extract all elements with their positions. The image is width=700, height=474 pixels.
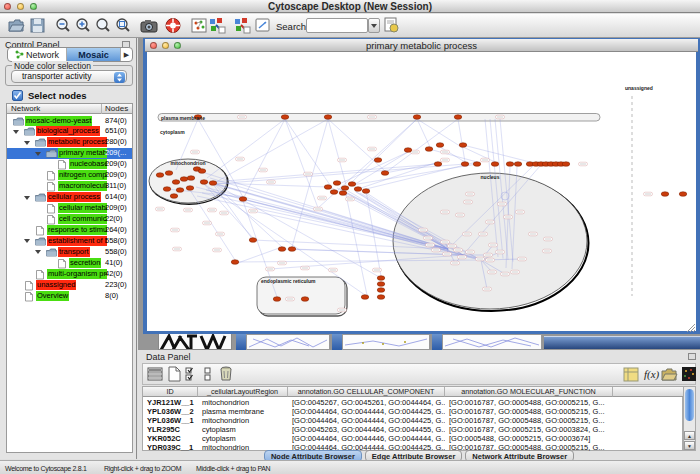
annotation-icon[interactable] (255, 17, 271, 34)
function-builder-icon[interactable]: f(x) (643, 366, 660, 383)
tree-row[interactable]: mosaic-demo-yeast874(0) (7, 115, 132, 126)
help-icon[interactable] (165, 17, 182, 34)
select-attributes-icon[interactable] (185, 366, 201, 383)
table-scrollbar[interactable]: ▲ ▼ (683, 386, 696, 451)
background-window-edge[interactable] (236, 334, 246, 350)
search-input[interactable] (306, 18, 368, 33)
expand-triangle-icon[interactable] (35, 250, 41, 254)
table-cell[interactable]: YLR295C (143, 425, 198, 434)
delete-attribute-icon[interactable] (218, 365, 234, 383)
tree-row[interactable]: secretion41(0) (7, 257, 132, 268)
tree-row[interactable]: unassigned223(0) (7, 279, 132, 290)
attribute-batch-icon[interactable] (623, 366, 640, 383)
background-window-edge[interactable] (544, 336, 700, 349)
table-cell[interactable]: [GO:0005488, GO:0005215, GO:0003674] (445, 434, 613, 443)
background-window[interactable] (158, 333, 232, 350)
tree-row[interactable]: cellular process614(0) (7, 192, 132, 203)
column-header[interactable]: _cellularLayoutRegion (198, 387, 288, 397)
background-window[interactable] (342, 334, 430, 350)
tab-mosaic[interactable]: Mosaic (67, 48, 120, 61)
layout-alt-icon[interactable] (233, 17, 251, 35)
search-dropdown-button[interactable] (368, 18, 380, 33)
resize-grip[interactable] (685, 322, 696, 333)
tree-row[interactable]: establishment of lo558(0) (7, 235, 132, 246)
tree-row[interactable]: Overview8(0) (7, 290, 132, 301)
tree-row[interactable]: transport558(0) (7, 246, 132, 257)
column-header[interactable]: annotation.GO CELLULAR_COMPONENT (288, 387, 445, 397)
expand-triangle-icon[interactable] (24, 239, 30, 243)
tree-row[interactable]: nitrogen compo209(0) (7, 170, 132, 181)
scroll-down-button[interactable]: ▼ (684, 441, 695, 450)
open-icon[interactable] (8, 17, 25, 34)
table-cell[interactable]: [GO:0045263, GO:0044464, GO:0044455, G..… (288, 425, 445, 434)
expand-triangle-icon[interactable] (24, 196, 30, 200)
tree-row[interactable]: macromolecule311(0) (7, 181, 132, 192)
attribute-table[interactable]: ID_cellularLayoutRegionannotation.GO CEL… (142, 386, 683, 451)
edge (328, 119, 346, 185)
column-header[interactable] (613, 387, 684, 397)
background-window[interactable] (246, 334, 330, 350)
zoom-selected-icon[interactable] (115, 17, 131, 34)
network-view-window[interactable]: primary metabolic process plasma membran… (143, 38, 700, 334)
status-welcome: Welcome to Cytoscape 2.8.1 (5, 465, 87, 472)
table-cell[interactable]: mitochondrion (198, 398, 288, 407)
scroll-up-button[interactable]: ▲ (684, 431, 695, 440)
table-cell[interactable]: YJR121W__1 (143, 398, 198, 407)
table-cell[interactable]: plasma membrane (198, 407, 288, 416)
table-cell[interactable]: YKR052C (143, 434, 198, 443)
tree-row[interactable]: cell communicat22(0) (7, 214, 132, 225)
tree-row[interactable]: multi-organism pro42(0) (7, 268, 132, 279)
select-nodes-checkbox[interactable] (12, 90, 23, 101)
network-overview-icon[interactable] (191, 17, 207, 34)
column-header[interactable]: ID (143, 387, 198, 397)
tree-row[interactable]: cellular metabol209(0) (7, 203, 132, 214)
network-canvas[interactable]: plasma membranecytoplasmmitochondrionnuc… (147, 52, 696, 331)
tab-network[interactable]: Network (8, 48, 67, 61)
column-header[interactable]: annotation.GO MOLECULAR_FUNCTION (445, 387, 613, 397)
tree-row[interactable]: metabolic process280(0) (7, 137, 132, 148)
table-cell[interactable]: [GO:0044464, GO:0044446, GO:0044444, G..… (288, 434, 445, 443)
tree-row[interactable]: biological_process651(0) (7, 126, 132, 137)
table-cell[interactable]: YPL036W__2 (143, 407, 198, 416)
import-attributes-icon[interactable] (661, 366, 678, 383)
new-attribute-icon[interactable] (167, 366, 182, 383)
table-cell[interactable]: mitochondrion (198, 416, 288, 425)
unselect-attributes-icon[interactable] (203, 366, 215, 383)
node-color-dropdown[interactable]: transporter activity (11, 70, 127, 83)
table-cell[interactable]: [GO:0045267, GO:0045261, GO:0044464, G..… (288, 398, 445, 407)
data-panel-float-icon[interactable] (688, 353, 696, 360)
tree-row[interactable]: primary metabo209(... (7, 148, 132, 159)
table-cell[interactable]: cytoplasm (198, 425, 288, 434)
zoom-in-icon[interactable] (75, 17, 91, 34)
table-cell[interactable]: [GO:0044464, GO:0044444, GO:0044425, G..… (288, 407, 445, 416)
save-icon[interactable] (30, 17, 45, 34)
tab-scroll-arrow[interactable]: ▶ (120, 48, 132, 61)
gene-node-label (347, 199, 353, 200)
tree-row[interactable]: response to stimulu264(0) (7, 225, 132, 236)
table-cell[interactable]: [GO:0016787, GO:0005215, GO:0003824, G..… (445, 425, 613, 434)
selected-gene-node (377, 288, 385, 293)
table-cell[interactable]: [GO:0016787, GO:0005488, GO:0005215, G..… (445, 407, 613, 416)
snapshot-icon[interactable] (140, 17, 158, 34)
network-window-titlebar[interactable]: primary metabolic process (145, 39, 698, 52)
table-cell[interactable]: cytoplasm (198, 434, 288, 443)
expand-triangle-icon[interactable] (24, 141, 30, 145)
table-cell[interactable]: YPL036W__1 (143, 416, 198, 425)
background-window[interactable] (442, 334, 542, 350)
table-cell[interactable]: [GO:0044464, GO:0044444, GO:0044425, G..… (288, 416, 445, 425)
background-window-edge[interactable] (332, 334, 342, 350)
expand-triangle-icon[interactable] (13, 130, 19, 134)
table-icon[interactable] (147, 366, 164, 383)
search-config-icon[interactable] (384, 17, 399, 34)
layout-icon[interactable] (208, 17, 226, 35)
zoom-out-icon[interactable] (55, 17, 71, 34)
scrollbar-thumb[interactable] (685, 389, 694, 421)
zoom-fit-icon[interactable] (95, 17, 111, 34)
expand-triangle-icon[interactable] (35, 152, 41, 156)
matrix-icon[interactable] (681, 366, 698, 383)
window-titlebar[interactable]: Cytoscape Desktop (New Session) (0, 0, 700, 13)
background-window-edge[interactable] (432, 334, 442, 350)
table-cell[interactable]: [GO:0016787, GO:0005488, GO:0005215, G..… (445, 416, 613, 425)
table-cell[interactable]: [GO:0016787, GO:0005488, GO:0005215, G..… (445, 398, 613, 407)
tree-row[interactable]: nucleobase-209(0) (7, 159, 132, 170)
